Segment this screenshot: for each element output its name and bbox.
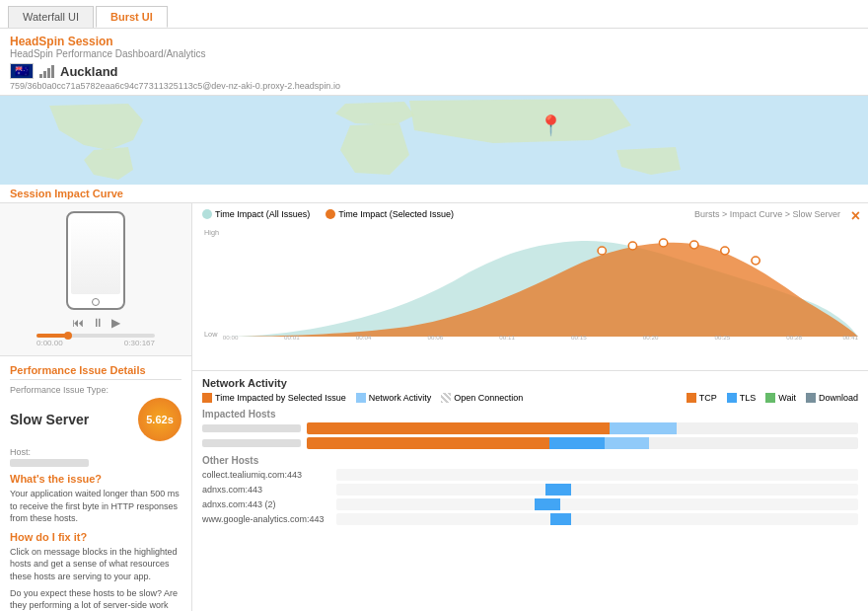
host-bar [10, 459, 89, 467]
skip-back-button[interactable]: ⏮ [72, 316, 84, 330]
impacted-hosts-label: Impacted Hosts [202, 409, 858, 420]
svg-point-3 [598, 247, 606, 255]
bar-net-2 [605, 437, 649, 449]
svg-text:00:11: 00:11 [499, 334, 515, 341]
left-panel: ⏮ ⏸ ▶ 0:00.00 0:30:167 Performance Issue… [0, 203, 192, 611]
map-area: 📍 [0, 96, 868, 185]
svg-text:00:06: 00:06 [428, 334, 444, 341]
other-host-name-2: adnxs.com:443 [202, 485, 330, 495]
map-pin: 📍 [539, 114, 563, 137]
play-button[interactable]: ▶ [111, 316, 120, 330]
legend-dot-all [202, 209, 212, 219]
breadcrumb: Bursts > Impact Curve > Slow Server [694, 209, 840, 219]
playback-controls: ⏮ ⏸ ▶ [72, 316, 120, 330]
other-host-bar-1[interactable] [336, 469, 858, 481]
network-legend: Time Impacted by Selected Issue Network … [202, 393, 523, 403]
legend-network-activity: Network Activity [356, 393, 432, 403]
time-labels: 0:00.00 0:30:167 [36, 339, 155, 347]
svg-text:00:25: 00:25 [715, 334, 731, 341]
bar-tls-oh2 [545, 484, 571, 496]
perf-issue-name: Slow Server [10, 412, 89, 427]
other-host-bar-4[interactable] [336, 513, 858, 525]
phone-device [66, 211, 125, 310]
city-name: Auckland [60, 64, 118, 79]
legend-label-open: Open Connection [454, 393, 523, 403]
how-fix-title: How do I fix it? [10, 531, 181, 543]
performance-issue-details: Performance Issue Details Performance Is… [0, 356, 191, 611]
legend-box-download [806, 393, 816, 403]
svg-text:00:00: 00:00 [223, 334, 239, 341]
perf-badge: 5.62s [138, 398, 181, 441]
legend-label-tls: TLS [740, 393, 757, 403]
host-name-2 [202, 439, 301, 447]
other-host-name-1: collect.tealiumiq.com:443 [202, 470, 330, 480]
legend-all-issues: Time Impact (All Issues) [202, 209, 310, 219]
svg-text:Low: Low [204, 331, 218, 339]
other-hosts-label: Other Hosts [202, 455, 858, 466]
session-impact-label: Session Impact Curve [0, 185, 868, 203]
header-title: HeadSpin Session [10, 35, 858, 48]
other-host-name-4: www.google-analytics.com:443 [202, 514, 330, 524]
timeline-progress [36, 334, 66, 338]
host-activity-bar-1[interactable] [307, 422, 858, 434]
legend-label-wait: Wait [778, 393, 796, 403]
tab-waterfall[interactable]: Waterfall UI [8, 6, 94, 28]
what-issue-title: What's the issue? [10, 473, 181, 485]
tab-burst[interactable]: Burst UI [96, 6, 168, 28]
top-tabs-bar: Waterfall UI Burst UI [0, 0, 868, 29]
other-host-bar-2[interactable] [336, 484, 858, 496]
network-right-legend: TCP TLS Wait Download [687, 393, 858, 403]
legend-dot-selected [326, 209, 335, 219]
svg-text:00:41: 00:41 [842, 334, 858, 341]
phone-mockup-area: ⏮ ⏸ ▶ 0:00.00 0:30:167 [0, 203, 191, 356]
timeline-bar[interactable] [36, 334, 155, 338]
svg-text:00:15: 00:15 [571, 334, 587, 341]
impact-curve-chart: High Low 00:00 00:01 00: [202, 223, 858, 342]
legend-box-impacted [202, 393, 212, 403]
legend-box-tcp [687, 393, 696, 403]
table-row [202, 422, 858, 434]
perf-type-label: Performance Issue Type: [10, 385, 181, 395]
legend-label-all: Time Impact (All Issues) [215, 209, 310, 219]
svg-text:00:20: 00:20 [643, 334, 659, 341]
svg-point-8 [752, 257, 760, 265]
svg-text:00:04: 00:04 [356, 334, 372, 341]
legend-box-tls [727, 393, 737, 403]
phone-screen-inner [71, 217, 120, 294]
legend-box-activity [356, 393, 366, 403]
host-name-1 [202, 424, 301, 432]
legend-wait: Wait [765, 393, 796, 403]
chart-area: Time Impact (All Issues) Time Impact (Se… [192, 203, 868, 371]
legend-box-open [441, 393, 451, 403]
svg-text:High: High [204, 229, 219, 237]
list-item: collect.tealiumiq.com:443 [202, 469, 858, 481]
svg-text:00:01: 00:01 [284, 334, 300, 341]
session-id: 759/36b0a0cc71a5782eaa6c94c77311325113c5… [10, 81, 858, 91]
right-panel: Time Impact (All Issues) Time Impact (Se… [192, 203, 868, 611]
other-host-bar-3[interactable] [336, 498, 858, 510]
pause-button[interactable]: ⏸ [92, 316, 104, 330]
legend-tls: TLS [727, 393, 757, 403]
bar-net-1 [610, 422, 676, 434]
bar-tls-oh3 [535, 498, 560, 510]
country-flag [10, 63, 34, 79]
header-section: HeadSpin Session HeadSpin Performance Da… [0, 29, 868, 96]
header-subtitle: HeadSpin Performance Dashboard/Analytics [10, 48, 858, 59]
host-activity-bar-2[interactable] [307, 437, 858, 449]
svg-point-7 [721, 247, 729, 255]
impacted-hosts-section: Impacted Hosts [202, 409, 858, 449]
legend-download: Download [806, 393, 858, 403]
time-end: 0:30:167 [124, 339, 155, 347]
legend-label-impacted: Time Impacted by Selected Issue [215, 393, 346, 403]
time-start: 0:00.00 [36, 339, 63, 347]
legend-box-wait [765, 393, 775, 403]
legend-label-download: Download [819, 393, 858, 403]
svg-point-5 [659, 239, 667, 247]
bar-tls-oh4 [550, 513, 571, 525]
phone-home-button [92, 298, 100, 306]
bar-tls-2 [549, 437, 605, 449]
other-hosts-section: Other Hosts collect.tealiumiq.com:443 ad… [202, 455, 858, 525]
list-item: adnxs.com:443 [202, 484, 858, 496]
legend-label-activity: Network Activity [369, 393, 432, 403]
legend-open-connection: Open Connection [441, 393, 523, 403]
